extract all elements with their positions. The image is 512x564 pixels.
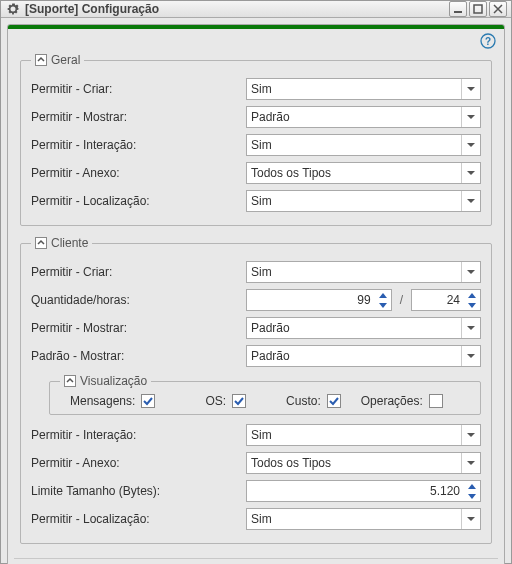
checkbox-mensagens[interactable]	[141, 394, 155, 408]
chevron-down-icon	[461, 79, 479, 99]
collapse-toggle-viz[interactable]	[64, 375, 76, 387]
group-cliente: Cliente Permitir - Criar: Sim Quantidade…	[20, 236, 492, 544]
svg-rect-1	[474, 5, 482, 13]
separator: /	[398, 293, 405, 307]
chevron-down-icon	[461, 453, 479, 473]
legend-viz-text: Visualização	[80, 374, 147, 388]
label-cliente-criar: Permitir - Criar:	[31, 265, 246, 279]
minimize-button[interactable]	[449, 1, 467, 17]
svg-rect-0	[454, 11, 462, 13]
spinner-down-icon[interactable]	[464, 491, 480, 501]
label-cliente-interacao: Permitir - Interação:	[31, 428, 246, 442]
spinner-down-icon[interactable]	[464, 300, 480, 310]
select-cliente-anexo[interactable]: Todos os Tipos	[246, 452, 481, 474]
legend-visualizacao: Visualização	[60, 374, 151, 388]
spinner-quantidade[interactable]: 99	[246, 289, 392, 311]
chevron-down-icon	[461, 135, 479, 155]
help-icon[interactable]: ?	[480, 33, 496, 49]
chevron-down-icon	[461, 107, 479, 127]
select-value: Padrão	[251, 321, 461, 335]
select-value: Sim	[251, 82, 461, 96]
select-value: Sim	[251, 194, 461, 208]
titlebar: [Suporte] Configuração	[1, 1, 511, 18]
spinner-up-icon[interactable]	[464, 290, 480, 300]
maximize-button[interactable]	[469, 1, 487, 17]
select-value: Padrão	[251, 110, 461, 124]
label-quantidade: Quantidade/horas:	[31, 293, 246, 307]
select-cliente-mostrar[interactable]: Padrão	[246, 317, 481, 339]
spinner-down-icon[interactable]	[375, 300, 391, 310]
label-geral-interacao: Permitir - Interação:	[31, 138, 246, 152]
chevron-down-icon	[461, 425, 479, 445]
label-geral-anexo: Permitir - Anexo:	[31, 166, 246, 180]
accent-bar	[8, 25, 504, 29]
select-value: Sim	[251, 512, 461, 526]
label-geral-localizacao: Permitir - Localização:	[31, 194, 246, 208]
spinner-value: 99	[247, 293, 375, 307]
select-geral-localizacao[interactable]: Sim	[246, 190, 481, 212]
select-geral-criar[interactable]: Sim	[246, 78, 481, 100]
legend-geral-text: Geral	[51, 53, 80, 67]
select-padrao-mostrar[interactable]: Padrão	[246, 345, 481, 367]
select-value: Todos os Tipos	[251, 456, 461, 470]
label-geral-criar: Permitir - Criar:	[31, 82, 246, 96]
spinner-value: 5.120	[247, 484, 464, 498]
select-cliente-criar[interactable]: Sim	[246, 261, 481, 283]
legend-cliente: Cliente	[31, 236, 92, 250]
checkbox-custo[interactable]	[327, 394, 341, 408]
label-cliente-localizacao: Permitir - Localização:	[31, 512, 246, 526]
close-button[interactable]	[489, 1, 507, 17]
spinner-up-icon[interactable]	[464, 481, 480, 491]
label-mensagens: Mensagens:	[70, 394, 135, 408]
chevron-down-icon	[461, 191, 479, 211]
group-visualizacao: Visualização Mensagens: OS: Custo:	[49, 374, 481, 415]
label-cliente-mostrar: Permitir - Mostrar:	[31, 321, 246, 335]
spinner-horas[interactable]: 24	[411, 289, 481, 311]
select-geral-anexo[interactable]: Todos os Tipos	[246, 162, 481, 184]
spinner-up-icon[interactable]	[375, 290, 391, 300]
group-geral: Geral Permitir - Criar: Sim Permitir - M…	[20, 53, 492, 226]
label-custo: Custo:	[286, 394, 321, 408]
chevron-down-icon	[461, 262, 479, 282]
label-operacoes: Operações:	[361, 394, 423, 408]
select-cliente-localizacao[interactable]: Sim	[246, 508, 481, 530]
select-value: Sim	[251, 428, 461, 442]
label-padrao-mostrar: Padrão - Mostrar:	[31, 349, 246, 363]
collapse-toggle-cliente[interactable]	[35, 237, 47, 249]
spinner-value: 24	[412, 293, 464, 307]
label-os: OS:	[205, 394, 226, 408]
label-cliente-anexo: Permitir - Anexo:	[31, 456, 246, 470]
label-limite-tamanho: Limite Tamanho (Bytes):	[31, 484, 246, 498]
window-title: [Suporte] Configuração	[25, 2, 447, 16]
collapse-toggle-geral[interactable]	[35, 54, 47, 66]
select-cliente-interacao[interactable]: Sim	[246, 424, 481, 446]
legend-cliente-text: Cliente	[51, 236, 88, 250]
config-window: [Suporte] Configuração ? Geral Permitir …	[0, 0, 512, 564]
select-geral-mostrar[interactable]: Padrão	[246, 106, 481, 128]
svg-text:?: ?	[485, 36, 491, 47]
select-value: Sim	[251, 265, 461, 279]
select-value: Padrão	[251, 349, 461, 363]
panel: ? Geral Permitir - Criar: Sim	[7, 24, 505, 564]
chevron-down-icon	[461, 346, 479, 366]
checkbox-os[interactable]	[232, 394, 246, 408]
legend-geral: Geral	[31, 53, 84, 67]
select-value: Todos os Tipos	[251, 166, 461, 180]
select-geral-interacao[interactable]: Sim	[246, 134, 481, 156]
gear-icon	[5, 1, 21, 17]
chevron-down-icon	[461, 163, 479, 183]
chevron-down-icon	[461, 509, 479, 529]
spinner-limite-tamanho[interactable]: 5.120	[246, 480, 481, 502]
select-value: Sim	[251, 138, 461, 152]
footer: Recarregar Fechar Salvar	[14, 558, 498, 564]
checkbox-operacoes[interactable]	[429, 394, 443, 408]
chevron-down-icon	[461, 318, 479, 338]
label-geral-mostrar: Permitir - Mostrar:	[31, 110, 246, 124]
